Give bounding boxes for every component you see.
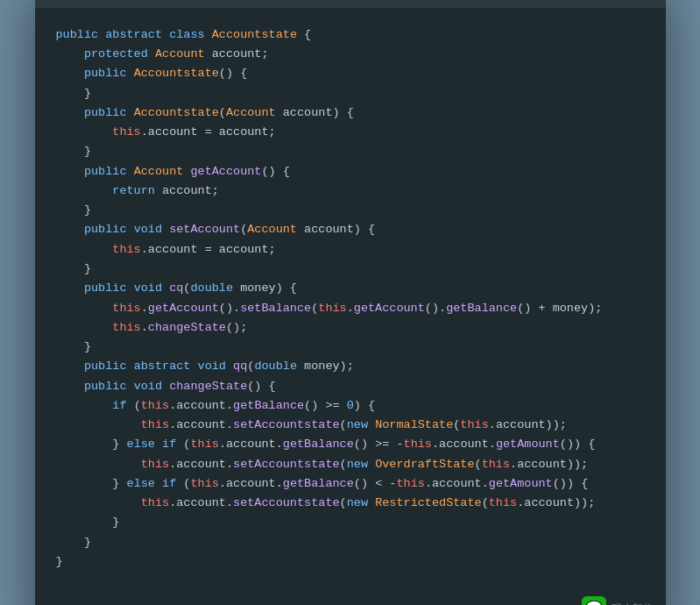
code-line-26: }: [56, 513, 645, 532]
title-bar: [35, 0, 666, 8]
code-line-3: public Accountstate() {: [56, 64, 645, 83]
code-line-12: this.account = account;: [56, 240, 645, 260]
code-line-1: public abstract class Accountstate {: [56, 25, 645, 45]
code-line-23: this.account.setAccountstate(new Overdra…: [56, 455, 645, 474]
code-line-5: public Accountstate(Account account) {: [56, 103, 645, 123]
code-line-7: }: [56, 142, 645, 161]
code-line-8: public Account getAccount() {: [56, 162, 645, 182]
code-line-21: this.account.setAccountstate(new NormalS…: [56, 416, 645, 435]
code-line-16: this.changeState();: [56, 318, 645, 338]
watermark-text: 码农架构: [612, 601, 654, 605]
code-line-9: return account;: [56, 182, 645, 201]
code-window: public abstract class Accountstate { pro…: [35, 0, 666, 605]
code-line-14: public void cq(double money) {: [56, 279, 645, 298]
code-line-6: this.account = account;: [56, 123, 645, 142]
code-line-18: public abstract void qq(double money);: [56, 357, 645, 376]
code-line-4: }: [56, 84, 645, 103]
code-line-11: public void setAccount(Account account) …: [56, 220, 645, 239]
code-line-24: } else if (this.account.getBalance() < -…: [56, 474, 645, 494]
watermark-icon: 💬: [582, 596, 606, 605]
code-line-20: if (this.account.getBalance() >= 0) {: [56, 396, 645, 416]
code-line-13: }: [56, 260, 645, 279]
code-line-19: public void changeState() {: [56, 377, 645, 396]
code-line-17: }: [56, 338, 645, 357]
code-line-28: }: [56, 552, 645, 572]
watermark-bar: 💬 码农架构: [35, 589, 666, 605]
code-line-15: this.getAccount().setBalance(this.getAcc…: [56, 299, 645, 318]
code-line-2: protected Account account;: [56, 45, 645, 64]
code-area: public abstract class Accountstate { pro…: [35, 8, 666, 589]
code-line-10: }: [56, 201, 645, 220]
code-line-27: }: [56, 533, 645, 552]
code-line-22: } else if (this.account.getBalance() >= …: [56, 435, 645, 454]
code-line-25: this.account.setAccountstate(new Restric…: [56, 494, 645, 513]
